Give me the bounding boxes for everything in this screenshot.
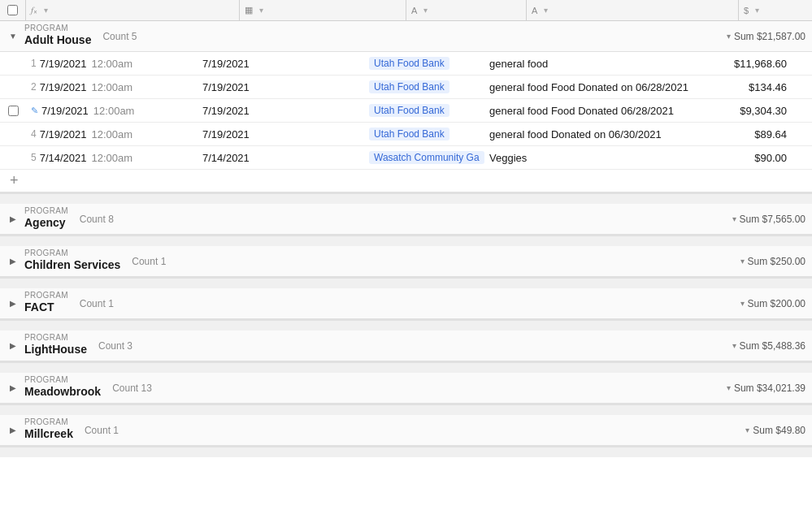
row-company-tag-0-2[interactable]: Utah Food Bank: [369, 104, 449, 117]
row-empty-cb-0-4: [8, 153, 19, 163]
row-index-0-4: 5: [31, 152, 37, 163]
group-header-fact: ▶ PROGRAM FACT Count 1 ▾ Sum $200.00: [0, 288, 812, 319]
group-left-fact: ▶ PROGRAM FACT Count 1: [0, 292, 214, 314]
row-amount-cell-0-1: $134.46: [697, 76, 792, 98]
group-program-label-children-services: PROGRAM: [24, 249, 120, 257]
row-company-cell-0-3[interactable]: Utah Food Bank: [364, 123, 484, 145]
group-header-lighthouse: ▶ PROGRAM LightHouse Count 3 ▾ Sum $5,48…: [0, 331, 812, 361]
row-name-cell-0-1: 2 7/19/2021 12:00am: [26, 76, 198, 98]
group-program-label-meadowbrook: PROGRAM: [24, 376, 101, 384]
sum-arrow-icon-fact: ▾: [740, 299, 745, 308]
row-cb-0-1[interactable]: [0, 82, 26, 93]
group-header-meadowbrook: ▶ PROGRAM Meadowbrook Count 13 ▾ Sum $34…: [0, 373, 812, 404]
row-date2-cell-0-3: 7/19/2021: [198, 123, 364, 145]
group-sum-fact: ▾ Sum $200.00: [717, 298, 812, 309]
group-toggle-children-services[interactable]: ▶: [7, 255, 20, 268]
row-company-tag-0-1[interactable]: Utah Food Bank: [369, 80, 449, 93]
row-cb-0-3[interactable]: [0, 129, 26, 140]
header-name[interactable]: 𝑓ₓ ▾: [26, 0, 240, 20]
sum-arrow-icon-lighthouse: ▾: [732, 341, 736, 350]
row-company-cell-0-0[interactable]: Utah Food Bank: [364, 52, 484, 75]
row-amount-0-4: $90.00: [754, 152, 787, 164]
sum-label-children-services: Sum $250.00: [748, 256, 805, 267]
group-toggle-fact[interactable]: ▶: [7, 297, 20, 310]
header-desc[interactable]: A ▾: [527, 0, 739, 20]
group-count-children-services: Count 1: [132, 256, 166, 267]
edit-row-icon-0-2: ✎: [31, 106, 38, 116]
row-date2-cell-0-4: 7/14/2021: [198, 146, 364, 169]
group-left-adult-house: ▼ PROGRAM Adult House Count 5: [0, 24, 214, 47]
group-toggle-meadowbrook[interactable]: ▶: [7, 382, 20, 395]
row-cb-0-0[interactable]: [0, 58, 26, 69]
group-info-agency: PROGRAM Agency: [24, 207, 68, 230]
sum-label-meadowbrook: Sum $34,021.39: [734, 382, 805, 394]
group-name-children-services: Children Services: [24, 257, 120, 272]
formula-icon: 𝑓ₓ: [31, 5, 37, 15]
desc-sort-icon: ▾: [544, 6, 548, 15]
sum-arrow-icon-adult-house: ▾: [727, 32, 731, 41]
select-all-checkbox-cell[interactable]: [0, 0, 26, 20]
row-company-cell-0-2[interactable]: Utah Food Bank: [364, 99, 484, 122]
row-amount-0-0: $11,968.60: [734, 58, 787, 70]
row-company-tag-0-0[interactable]: Utah Food Bank: [369, 57, 449, 70]
spacer-fact: [0, 321, 812, 331]
row-desc-cell-0-1: general food Food Donated on 06/28/2021: [484, 76, 697, 98]
row-amount-cell-0-0: $11,968.60: [697, 52, 792, 75]
row-desc-0-4: Veggies: [489, 152, 527, 164]
row-cb-0-4[interactable]: [0, 153, 26, 163]
group-toggle-millcreek[interactable]: ▶: [7, 424, 20, 437]
row-desc-0-3: general food Donated on 06/30/2021: [489, 128, 662, 140]
group-info-millcreek: PROGRAM Millcreek: [24, 418, 73, 441]
row-date-field-0-1: 7/19/2021: [40, 81, 87, 93]
group-section-agency: ▶ PROGRAM Agency Count 8 ▾ Sum $7,565.00: [0, 204, 812, 236]
row-date-field-0-2: 7/19/2021: [41, 105, 89, 117]
row-date-field-0-3: 7/19/2021: [40, 128, 87, 140]
row-empty-cb-0-3: [8, 129, 19, 140]
row-name-cell-0-3: 4 7/19/2021 12:00am: [26, 123, 198, 145]
table-row[interactable]: 1 7/19/2021 12:00am 7/19/2021 Utah Food …: [0, 52, 812, 76]
header-company[interactable]: A ▾: [406, 0, 527, 20]
main-table: 𝑓ₓ ▾ ▦ ▾ A ▾ A ▾ $ ▾ ▼ PROGRA: [0, 0, 812, 457]
row-date2-cell-0-0: 7/19/2021: [198, 52, 364, 75]
spacer-children-services: [0, 279, 812, 288]
group-section-children-services: ▶ PROGRAM Children Services Count 1 ▾ Su…: [0, 246, 812, 279]
group-header-adult-house: ▼ PROGRAM Adult House Count 5 ▾ Sum $21,…: [0, 21, 812, 52]
add-row-button-adult-house[interactable]: +: [0, 170, 812, 192]
select-all-checkbox[interactable]: [7, 5, 18, 15]
group-header-children-services: ▶ PROGRAM Children Services Count 1 ▾ Su…: [0, 246, 812, 277]
row-index-0-1: 2: [31, 81, 37, 93]
group-count-meadowbrook: Count 13: [112, 382, 152, 394]
row-amount-0-2: $9,304.30: [740, 105, 787, 117]
row-date2-cell-0-1: 7/19/2021: [198, 76, 364, 98]
sum-label-fact: Sum $200.00: [748, 298, 805, 309]
group-toggle-agency[interactable]: ▶: [7, 213, 20, 226]
table-row[interactable]: 2 7/19/2021 12:00am 7/19/2021 Utah Food …: [0, 76, 812, 99]
row-cb-0-2[interactable]: [0, 106, 26, 116]
group-left-millcreek: ▶ PROGRAM Millcreek Count 1: [0, 418, 214, 441]
row-date2-0-1: 7/19/2021: [202, 81, 250, 93]
table-row[interactable]: 4 7/19/2021 12:00am 7/19/2021 Utah Food …: [0, 123, 812, 146]
row-desc-cell-0-3: general food Donated on 06/30/2021: [484, 123, 697, 145]
group-left-meadowbrook: ▶ PROGRAM Meadowbrook Count 13: [0, 376, 214, 399]
table-row[interactable]: 5 7/14/2021 12:00am 7/14/2021 Wasatch Co…: [0, 146, 812, 170]
row-company-cell-0-1[interactable]: Utah Food Bank: [364, 76, 484, 98]
row-checkbox-0-2[interactable]: [8, 106, 19, 116]
group-name-millcreek: Millcreek: [24, 426, 73, 441]
group-name-adult-house: Adult House: [24, 32, 91, 47]
row-desc-0-0: general food: [489, 58, 548, 70]
row-company-tag-0-4[interactable]: Wasatch Community Ga: [369, 151, 484, 164]
group-header-agency: ▶ PROGRAM Agency Count 8 ▾ Sum $7,565.00: [0, 204, 812, 235]
row-company-tag-0-3[interactable]: Utah Food Bank: [369, 128, 449, 140]
row-company-cell-0-4[interactable]: Wasatch Community Ga: [364, 146, 484, 169]
amount-icon: $: [744, 6, 749, 15]
row-time-0-0: 12:00am: [92, 58, 133, 70]
header-date[interactable]: ▦ ▾: [240, 0, 406, 20]
header-amount[interactable]: $ ▾: [739, 0, 812, 20]
row-amount-cell-0-3: $89.64: [697, 123, 792, 145]
row-time-0-3: 12:00am: [92, 128, 133, 140]
table-row[interactable]: ✎ 7/19/2021 12:00am 7/19/2021 Utah Food …: [0, 99, 812, 123]
row-date2-0-4: 7/14/2021: [202, 152, 250, 164]
group-toggle-lighthouse[interactable]: ▶: [7, 339, 20, 352]
group-count-lighthouse: Count 3: [98, 340, 132, 352]
group-toggle-adult-house[interactable]: ▼: [7, 30, 20, 43]
